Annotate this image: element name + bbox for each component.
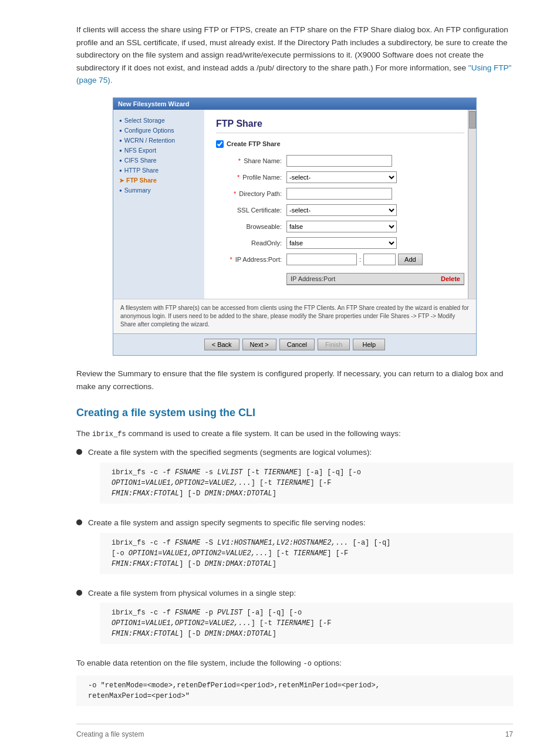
footer-right: 17 (505, 730, 513, 738)
ip-address-input[interactable] (286, 254, 357, 265)
port-input[interactable] (363, 254, 396, 265)
next-button-label: Next > (250, 341, 269, 348)
nav-item-wcrn-retention[interactable]: ● WCRN / Retention (119, 137, 198, 144)
nav-item-nfs-export[interactable]: ● NFS Export (119, 147, 198, 154)
wizard-title-bar: New Filesystem Wizard (113, 98, 476, 110)
nav-bullet: ● (119, 188, 122, 193)
wizard-note-text: A filesystem with FTP share(s) can be ac… (120, 305, 469, 328)
finish-button-label: Finish (325, 341, 342, 348)
readonly-row: ReadOnly: false true (216, 237, 464, 249)
profile-name-row: * Profile Name: -select- (216, 171, 464, 183)
ip-address-row: * IP Address:Port: : Add (216, 254, 464, 265)
back-button-label: < Back (212, 341, 232, 348)
nav-label: CIFS Share (124, 157, 157, 164)
ip-table-header: IP Address:Port Delete (287, 274, 464, 285)
add-ip-button[interactable]: Add (398, 254, 423, 265)
bullet-dot-icon (76, 590, 82, 596)
list-item: Create a file system and assign specify … (76, 517, 513, 580)
directory-path-row: * Directory Path: (216, 188, 464, 200)
share-name-row: * Share Name: (216, 155, 464, 167)
help-button-label: Help (363, 341, 376, 348)
profile-name-label: * Profile Name: (216, 174, 286, 181)
nav-label: HTTP Share (124, 167, 158, 174)
bullet-content: Create a file system and assign specify … (88, 517, 513, 580)
wizard-note: A filesystem with FTP share(s) can be ac… (113, 299, 476, 333)
nav-item-ftp-share[interactable]: ➤ FTP Share (119, 177, 198, 184)
ip-table-row: IP Address:Port Delete (286, 270, 464, 285)
nav-label: Select Storage (124, 117, 165, 124)
nav-bullet: ● (119, 148, 122, 153)
nav-bullet: ● (119, 128, 122, 133)
directory-path-label: * Directory Path: (216, 190, 286, 197)
intro-paragraph: If clients will access the share using F… (76, 23, 513, 87)
browseable-label: Browseable: (216, 223, 286, 230)
scrollbar-thumb[interactable] (469, 111, 476, 129)
nav-bullet: ● (119, 118, 122, 123)
readonly-label: ReadOnly: (216, 239, 286, 247)
list-item: Create a file system from physical volum… (76, 587, 513, 650)
help-button[interactable]: Help (353, 339, 385, 350)
readonly-select[interactable]: false true (286, 237, 397, 249)
page-footer: Creating a file system 17 (76, 724, 513, 738)
next-button[interactable]: Next > (242, 339, 276, 350)
bullet-text-3: Create a file system from physical volum… (88, 589, 296, 598)
bullet-dot-icon (76, 449, 82, 455)
retention-intro: To enable data retention on the file sys… (76, 657, 513, 670)
required-indicator: * (238, 157, 241, 164)
finish-button[interactable]: Finish (318, 339, 350, 350)
nav-bullet: ● (119, 158, 122, 163)
nav-label: NFS Export (124, 147, 156, 154)
code-block-2: ibrix_fs -c -f FSNAME -S LV1:HOSTNAME1,L… (100, 533, 513, 574)
nav-label: Configure Options (124, 127, 174, 134)
nav-bullet: ● (119, 168, 122, 173)
ssl-cert-select[interactable]: -select- (286, 204, 397, 216)
nav-item-cifs-share[interactable]: ● CIFS Share (119, 157, 198, 164)
create-ftp-share-checkbox[interactable] (216, 140, 224, 148)
footer-left: Creating a file system (76, 730, 144, 738)
browseable-select[interactable]: false true (286, 221, 397, 232)
required-indicator: * (234, 190, 236, 197)
nav-bullet: ● (119, 138, 122, 143)
section-intro: The ibrix_fs command is used to create a… (76, 427, 513, 440)
ip-address-table: IP Address:Port Delete (286, 273, 464, 285)
ip-colon-separator: : (359, 256, 361, 263)
nav-label: Summary (124, 187, 151, 194)
code-block-3: ibrix_fs -c -f FSNAME -p PVLIST [-a] [-q… (100, 603, 513, 644)
bullet-content: Create a file system with the specified … (88, 446, 513, 509)
required-indicator: * (237, 174, 239, 181)
cancel-button-label: Cancel (287, 341, 307, 348)
nav-label: FTP Share (126, 177, 157, 184)
bullet-dot-icon (76, 519, 82, 525)
nav-item-select-storage[interactable]: ● Select Storage (119, 117, 198, 124)
list-item: Create a file system with the specified … (76, 446, 513, 509)
retention-code-block: -o "retenMode=<mode>,retenDefPeriod=<per… (76, 676, 513, 706)
ip-table-col-address: IP Address:Port (291, 275, 335, 282)
ip-address-label: * IP Address:Port: (216, 256, 286, 263)
ibrix-fs-inline-code: ibrix_fs (92, 430, 126, 438)
ip-input-group: : Add (286, 254, 423, 265)
code-block-1: ibrix_fs -c -f FSNAME -s LVLIST [-t TIER… (100, 463, 513, 504)
back-button[interactable]: < Back (204, 339, 239, 350)
bullet-list: Create a file system with the specified … (76, 446, 513, 650)
retention-option-code: -o (303, 660, 312, 668)
create-ftp-share-label: Create FTP Share (227, 140, 281, 147)
share-name-input[interactable] (286, 155, 392, 167)
wizard-dialog: New Filesystem Wizard ● Select Storage ●… (113, 97, 477, 356)
nav-item-summary[interactable]: ● Summary (119, 187, 198, 194)
section-heading: Creating a file system using the CLI (76, 407, 513, 419)
directory-path-input[interactable] (286, 188, 392, 200)
post-wizard-text: Review the Summary to ensure that the fi… (76, 367, 513, 393)
profile-name-select[interactable]: -select- (286, 171, 397, 183)
scrollbar[interactable] (468, 110, 476, 299)
nav-item-configure-options[interactable]: ● Configure Options (119, 127, 198, 134)
nav-item-http-share[interactable]: ● HTTP Share (119, 167, 198, 174)
nav-label: WCRN / Retention (124, 137, 175, 144)
wizard-title: New Filesystem Wizard (118, 100, 190, 107)
wizard-body: ● Select Storage ● Configure Options ● W… (113, 110, 476, 299)
bullet-text-1: Create a file system with the specified … (88, 448, 372, 457)
ssl-cert-label: SSL Certificate: (216, 207, 286, 214)
cancel-button[interactable]: Cancel (279, 339, 315, 350)
wizard-button-bar: < Back Next > Cancel Finish Help (113, 333, 476, 355)
required-indicator: * (230, 256, 232, 263)
intro-text-body: If clients will access the share using F… (76, 25, 508, 72)
